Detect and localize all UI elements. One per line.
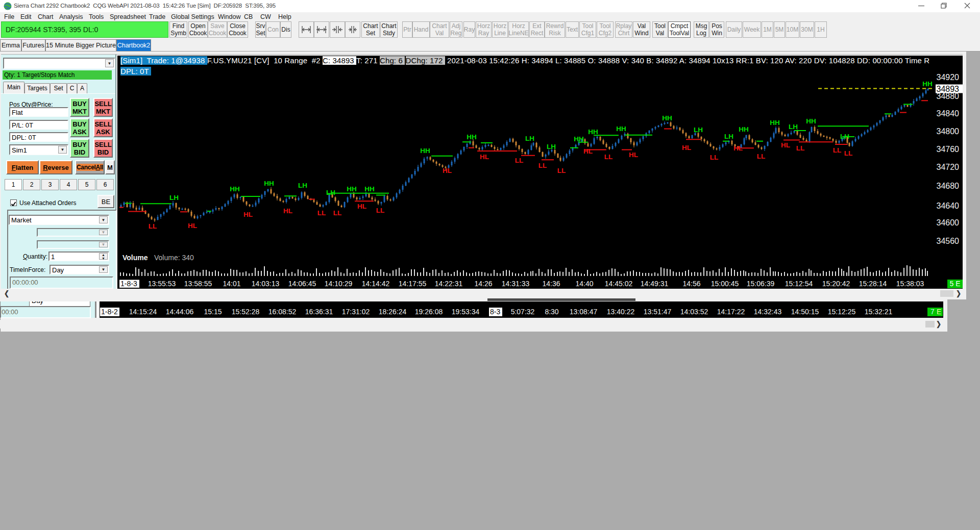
svg-text:LL: LL (538, 162, 547, 169)
svg-text:HH: HH (574, 135, 584, 143)
svg-text:14:03:52: 14:03:52 (680, 308, 708, 316)
svg-text:Volume: 340: Volume: 340 (154, 254, 194, 262)
svg-text:8-3: 8-3 (490, 308, 500, 316)
svg-text:15:12:25: 15:12:25 (828, 308, 856, 316)
svg-text:LH: LH (326, 189, 335, 196)
svg-text:HH: HH (662, 114, 672, 122)
svg-text:HL: HL (781, 141, 790, 149)
svg-text:15:06:39: 15:06:39 (747, 280, 775, 288)
svg-text:14:36: 14:36 (542, 280, 560, 288)
svg-text:14:44:06: 14:44:06 (166, 308, 194, 316)
svg-text:14:17:22: 14:17:22 (717, 308, 745, 316)
svg-text:LL: LL (796, 144, 805, 152)
svg-text:16:36:31: 16:36:31 (305, 308, 333, 316)
svg-text:14:06:45: 14:06:45 (288, 280, 316, 288)
svg-text:15:52:28: 15:52:28 (232, 308, 260, 316)
svg-text:HH: HH (230, 185, 240, 193)
svg-text:LL: LL (376, 207, 385, 214)
svg-text:15:12:54: 15:12:54 (785, 280, 813, 288)
svg-text:LH: LH (789, 123, 798, 131)
svg-text:LH: LH (840, 133, 849, 140)
svg-text:HH: HH (806, 117, 816, 125)
svg-text:15:15: 15:15 (204, 308, 222, 316)
svg-text:HH: HH (739, 125, 749, 133)
svg-text:34880: 34880 (937, 92, 960, 100)
svg-text:14:26: 14:26 (474, 280, 492, 288)
svg-text:HH: HH (364, 185, 375, 193)
svg-text:7: 7 (930, 308, 935, 316)
svg-text:E: E (937, 308, 941, 316)
svg-text:13:08:47: 13:08:47 (570, 308, 598, 316)
svg-text:LL: LL (557, 167, 566, 174)
svg-text:LH: LH (169, 194, 179, 201)
svg-text:LL: LL (604, 153, 613, 161)
svg-text:HL: HL (243, 211, 253, 218)
svg-text:LL: LL (149, 222, 157, 230)
svg-text:LL: LL (710, 154, 719, 161)
svg-text:34800: 34800 (937, 127, 960, 136)
svg-text:13:58:55: 13:58:55 (184, 280, 212, 288)
svg-text:34680: 34680 (937, 182, 960, 190)
svg-text:5 E: 5 E (949, 280, 960, 288)
svg-text:LL: LL (515, 157, 524, 164)
svg-text:34840: 34840 (937, 109, 960, 118)
svg-text:8:30: 8:30 (545, 308, 558, 316)
svg-text:HL: HL (357, 203, 366, 210)
svg-text:19:53:34: 19:53:34 (452, 308, 480, 316)
svg-text:LH: LH (724, 133, 733, 140)
svg-text:LL: LL (333, 209, 342, 217)
svg-text:14:45:02: 14:45:02 (605, 280, 633, 288)
svg-text:14:14:42: 14:14:42 (362, 280, 390, 288)
svg-text:LL: LL (844, 149, 853, 157)
svg-text:14:31:33: 14:31:33 (502, 280, 530, 288)
svg-text:14:01: 14:01 (223, 280, 240, 288)
svg-text:HL: HL (188, 222, 197, 230)
svg-text:14:40: 14:40 (575, 280, 593, 288)
svg-text:15:28:14: 15:28:14 (859, 280, 887, 288)
svg-text:14:03:13: 14:03:13 (252, 280, 280, 288)
svg-text:HL: HL (733, 144, 743, 152)
svg-text:15:32:21: 15:32:21 (865, 308, 893, 316)
svg-text:HH: HH (770, 119, 780, 127)
svg-text:14:50:15: 14:50:15 (791, 308, 819, 316)
svg-text:HL: HL (283, 207, 292, 215)
svg-text:LH: LH (547, 143, 556, 150)
svg-text:16:08:52: 16:08:52 (268, 308, 297, 316)
svg-text:14:56: 14:56 (682, 280, 700, 288)
svg-text:LH: LH (525, 135, 534, 142)
svg-text:HH: HH (616, 125, 626, 133)
svg-text:HL: HL (583, 147, 593, 155)
svg-text:13:40:22: 13:40:22 (607, 308, 635, 316)
svg-text:1-8-2: 1-8-2 (101, 308, 118, 316)
svg-text:5:07:32: 5:07:32 (511, 308, 535, 316)
svg-text:14:32:43: 14:32:43 (754, 308, 782, 316)
svg-text:34600: 34600 (937, 218, 960, 227)
svg-text:LL: LL (757, 153, 766, 160)
svg-text:HH: HH (922, 80, 933, 88)
svg-text:34720: 34720 (937, 163, 960, 171)
svg-text:LH: LH (298, 182, 307, 189)
svg-text:14:15:24: 14:15:24 (129, 308, 157, 316)
svg-text:14:17:55: 14:17:55 (399, 280, 427, 288)
svg-text:HL: HL (629, 151, 638, 159)
svg-text:HH: HH (467, 133, 477, 141)
svg-text:14:49:31: 14:49:31 (641, 280, 669, 288)
svg-text:HH: HH (588, 128, 598, 136)
svg-text:HH: HH (347, 185, 357, 193)
svg-text:17:31:02: 17:31:02 (342, 308, 370, 316)
svg-text:34893: 34893 (937, 85, 960, 93)
svg-text:LH: LH (694, 126, 703, 134)
svg-text:34920: 34920 (937, 73, 960, 82)
svg-text:LL: LL (317, 209, 326, 217)
svg-text:HL: HL (682, 144, 691, 152)
svg-text:LL: LL (833, 146, 842, 154)
svg-text:HL: HL (480, 153, 489, 161)
svg-text:19:26:08: 19:26:08 (415, 308, 443, 316)
svg-text:15:00:45: 15:00:45 (711, 280, 739, 288)
svg-text:15:38:03: 15:38:03 (896, 280, 924, 288)
svg-text:34640: 34640 (937, 201, 960, 210)
svg-text:HL: HL (443, 167, 452, 174)
svg-text:Volume: Volume (122, 254, 148, 262)
svg-text:34560: 34560 (937, 237, 960, 245)
svg-text:15:20:42: 15:20:42 (822, 280, 850, 288)
